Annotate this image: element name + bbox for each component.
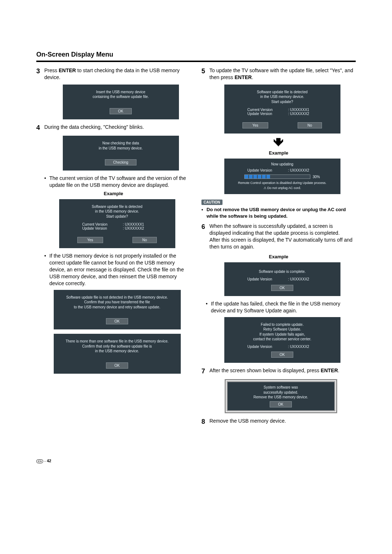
complete-panel: Software update is complete. Update Vers…: [224, 262, 340, 296]
panel-text: successfully updated.: [230, 390, 331, 395]
step-text: Remove the USB memory device.: [209, 418, 286, 424]
update-version-label: Update Version: [248, 112, 280, 116]
left-column: 3 Press ENTER to start checking the data…: [36, 67, 191, 430]
panel-text: Software update file is not detected in …: [57, 295, 177, 300]
panel-text: Start update?: [63, 214, 172, 219]
ok-button[interactable]: OK: [271, 352, 293, 358]
example-label: Example: [201, 254, 356, 259]
update-version-value: : UXXXXXX2: [288, 112, 317, 116]
panel-text: Confirm that you have transferred the fi…: [57, 300, 177, 305]
step-number: 5: [201, 67, 209, 75]
page-footer: EN - 42: [36, 459, 356, 463]
no-button[interactable]: No: [132, 237, 157, 243]
enter-key: ENTER: [321, 368, 338, 373]
panel-text: Confirm that only the software update fi…: [57, 344, 177, 349]
step-text: During the data checking, "Checking" bli…: [44, 124, 144, 131]
no-button[interactable]: No: [298, 122, 322, 128]
caution-text: Do not remove the USB memory device or u…: [207, 206, 356, 219]
text: When the software is successfully update…: [209, 223, 340, 236]
note-warning: ⚠ Do not unplug AC cord.: [228, 186, 337, 190]
yes-button[interactable]: Yes: [242, 122, 268, 128]
ok-button[interactable]: OK: [106, 362, 128, 369]
success-panel: System software was successfully updated…: [226, 381, 335, 411]
panel-text: in the USB memory device.: [228, 94, 337, 99]
text: .: [252, 74, 253, 80]
step-text: After the screen shown below is displaye…: [209, 367, 339, 374]
bullet-text: The current version of the TV software a…: [49, 175, 191, 189]
progress-bar: [244, 175, 310, 179]
panel-text: in the USB memory device.: [63, 209, 172, 214]
ok-button[interactable]: OK: [106, 318, 128, 324]
step-number: 6: [201, 223, 209, 231]
text: Press: [44, 67, 59, 73]
update-version-label: Update Version: [248, 345, 280, 349]
panel-text: Insert the USB memory device: [66, 90, 175, 95]
panel-text: There is more than one software file in …: [57, 339, 177, 344]
note-text: Remote Control operation is disabled dur…: [228, 181, 337, 185]
enter-key: ENTER: [59, 67, 76, 73]
panel-text: Software update file is detected: [63, 204, 172, 209]
updating-panel: Now updating Update Version : UXXXXXX2 3…: [224, 159, 340, 194]
current-version-value: : UXXXXXX1: [123, 222, 152, 226]
error-multiple-files-panel: There is more than one software file in …: [54, 334, 181, 374]
current-version-label: Current Version: [248, 108, 280, 112]
error-not-detected-panel: Software update file is not detected in …: [54, 290, 181, 330]
example-label: Example: [201, 150, 356, 156]
update-version-label: Update Version: [82, 226, 115, 230]
text: .: [338, 368, 339, 373]
success-frame: System software was successfully updated…: [225, 379, 337, 413]
panel-text: Software update file is detected: [228, 90, 337, 95]
step-number: 3: [36, 67, 44, 75]
step-text: When the software is successfully update…: [209, 223, 356, 250]
update-version-label: Update Version: [248, 277, 280, 281]
panel-text: Now checking the data: [66, 141, 175, 146]
text: After this screen is displayed, the TV a…: [209, 237, 352, 250]
panel-text: contact the customer service center.: [228, 337, 337, 342]
panel-text: containing the software update file.: [66, 94, 175, 99]
panel-text: System software was: [230, 385, 331, 390]
current-version-label: Current Version: [82, 222, 115, 226]
note-text: Do not unplug AC cord.: [267, 186, 301, 190]
current-version-value: : UXXXXXX1: [288, 108, 317, 112]
panel-text: Now updating: [228, 162, 337, 166]
bullet-dot: •: [206, 300, 211, 314]
right-column: 5 To update the TV software with the upd…: [201, 67, 356, 430]
arrow-down-icon: 🢃: [201, 138, 356, 148]
step-text: Press ENTER to start checking the data i…: [44, 67, 191, 81]
step-number: 8: [201, 418, 209, 426]
warning-icon: ⚠: [264, 186, 266, 190]
detect-panel: Software update file is detected in the …: [59, 199, 175, 249]
panel-text: to the USB memory device and retry softw…: [57, 305, 177, 310]
panel-text: Failed to complete update.: [228, 322, 337, 327]
enter-key: ENTER: [234, 74, 252, 80]
bullet-text: If the update has failed, check the file…: [211, 300, 356, 314]
panel-text: Remove the USB memory device.: [230, 395, 331, 400]
step-number: 7: [201, 367, 209, 376]
bullet-dot: •: [44, 253, 49, 287]
yes-button[interactable]: Yes: [77, 237, 103, 243]
checking-panel: Now checking the data in the USB memory …: [63, 136, 179, 171]
text: After the screen shown below is displaye…: [209, 368, 321, 373]
panel-text: If system Update fails again,: [228, 332, 337, 337]
page-number: 42: [47, 459, 51, 463]
insert-usb-panel: Insert the USB memory device containing …: [63, 85, 179, 119]
update-version-value: : UXXXXXX2: [288, 345, 317, 349]
divider: [36, 61, 356, 62]
bullet-dot: •: [201, 206, 207, 219]
progress-percent: 30%: [313, 175, 320, 179]
update-version-value: : UXXXXXX2: [288, 168, 317, 172]
bullet-dot: •: [44, 175, 49, 189]
language-badge: EN: [36, 459, 43, 463]
detect-panel-right: Software update file is detected in the …: [224, 85, 340, 134]
text: To update the TV software with the updat…: [209, 67, 353, 80]
ok-button[interactable]: OK: [270, 401, 291, 407]
step-number: 4: [36, 124, 44, 132]
bullet-text: If the USB memory device is not properly…: [49, 253, 191, 287]
checking-button: Checking: [105, 159, 137, 165]
example-label: Example: [36, 191, 191, 196]
panel-text: Retry Software Update.: [228, 327, 337, 332]
dash: -: [43, 459, 47, 463]
ok-button[interactable]: OK: [110, 108, 131, 114]
ok-button[interactable]: OK: [271, 285, 293, 291]
step-text: To update the TV software with the updat…: [209, 67, 356, 81]
